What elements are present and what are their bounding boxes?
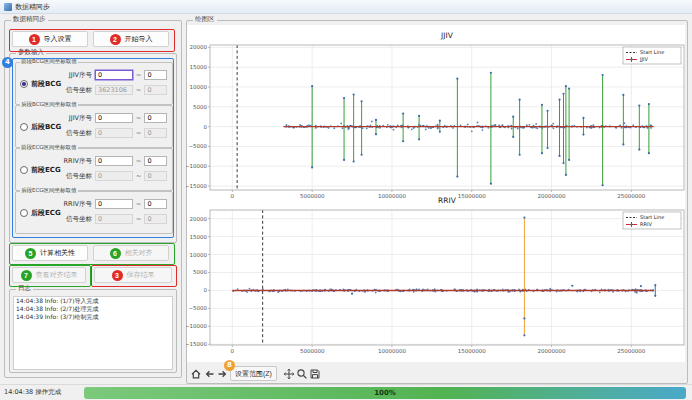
signal-coord-to-input[interactable] xyxy=(144,214,167,224)
svg-text:RRIV: RRIV xyxy=(640,221,652,227)
radio-button[interactable] xyxy=(20,80,28,88)
window-title: 数据精同步 xyxy=(15,2,50,12)
tilde-separator: ~ xyxy=(136,157,141,165)
svg-text:10000000: 10000000 xyxy=(378,348,406,354)
svg-text:15000: 15000 xyxy=(190,234,208,240)
field-label: 信号坐标 xyxy=(60,86,92,95)
svg-text:−15000: −15000 xyxy=(186,341,207,347)
svg-text:15000000: 15000000 xyxy=(458,348,486,354)
annotation-badge-7: 7 xyxy=(21,270,32,281)
svg-text:15000: 15000 xyxy=(190,64,208,70)
tilde-separator: ~ xyxy=(136,71,141,79)
rriv-index-from-input[interactable] xyxy=(95,156,133,166)
import-settings-button[interactable]: 1 导入设置 xyxy=(12,31,88,47)
annotation-badge-8: 8 xyxy=(224,360,235,371)
home-icon xyxy=(190,368,202,380)
svg-text:−10000: −10000 xyxy=(186,163,207,169)
progress-label: 100% xyxy=(374,389,396,397)
pan-button[interactable] xyxy=(282,366,296,381)
svg-text:RRIV: RRIV xyxy=(438,196,457,205)
signal-coord-to-input[interactable] xyxy=(144,85,167,95)
correlation-align-label: 相关对齐 xyxy=(125,248,153,258)
jjiv-chart[interactable]: 0500000010000000150000002000000025000000… xyxy=(186,26,686,198)
front-bcg-radio-row[interactable]: 前段BCG xyxy=(20,79,61,89)
radio-label: 后段BCG xyxy=(31,122,61,132)
param-group-front-ecg: 前段ECG区间坐标取值 前段ECG RRIV序号 ~ 信号坐标 ~ xyxy=(15,148,173,191)
calc-correlation-button[interactable]: 5 计算相关性 xyxy=(12,245,88,261)
params-group-title: 参数输入 xyxy=(16,49,46,56)
plot-panel-title: 绘图区 xyxy=(193,16,217,23)
svg-text:25000000: 25000000 xyxy=(617,348,645,354)
field-label: 信号坐标 xyxy=(60,129,92,138)
log-list[interactable]: 14:04:38 Info: (1/7)导入完成14:04:38 Info: (… xyxy=(13,296,173,370)
start-import-label: 开始导入 xyxy=(125,34,153,44)
annotation-badge-4: 4 xyxy=(2,57,13,68)
rriv-chart[interactable]: 0500000010000000150000002000000025000000… xyxy=(186,192,686,362)
svg-text:20000000: 20000000 xyxy=(538,348,566,354)
front-ecg-radio-row[interactable]: 前段ECG xyxy=(20,165,61,175)
radio-button[interactable] xyxy=(20,209,28,217)
jjiv-index-from-input[interactable] xyxy=(95,70,133,80)
rriv-index-to-input[interactable] xyxy=(144,199,167,209)
param-group-front-bcg: 前段BCG区间坐标取值 前段BCG JJIV序号 ~ 信号坐标 ~ xyxy=(15,62,173,105)
annotation-badge-1: 1 xyxy=(29,34,40,45)
jjiv-index-to-input[interactable] xyxy=(144,70,167,80)
annotation-badge-5: 5 xyxy=(25,248,36,259)
tilde-separator: ~ xyxy=(136,215,141,223)
save-icon xyxy=(309,368,321,380)
signal-coord-to-input[interactable] xyxy=(144,128,167,138)
svg-text:−5000: −5000 xyxy=(188,143,207,149)
log-line: 14:04:38 Info: (2/7)处理完成 xyxy=(14,305,172,313)
svg-text:0: 0 xyxy=(204,287,208,293)
svg-text:10000: 10000 xyxy=(190,252,208,258)
app-window: 数据精同步 数据精同步 1 导入设置 2 开始导入 参数输入 前段BCG区间坐标… xyxy=(0,0,692,400)
svg-text:5000: 5000 xyxy=(193,104,207,110)
signal-coord-from-input[interactable] xyxy=(95,214,133,224)
calc-correlation-label: 计算相关性 xyxy=(40,248,75,258)
app-icon xyxy=(4,3,12,11)
save-result-button[interactable]: 3 保存结果 xyxy=(94,267,172,283)
status-bar: 14:04:38 操作完成 100% xyxy=(0,384,692,400)
svg-text:5000: 5000 xyxy=(193,269,207,275)
import-settings-label: 导入设置 xyxy=(44,34,72,44)
rear-ecg-radio-row[interactable]: 后段ECG xyxy=(20,208,61,218)
radio-button[interactable] xyxy=(20,123,28,131)
rriv-index-to-input[interactable] xyxy=(144,156,167,166)
rear-bcg-radio-row[interactable]: 后段BCG xyxy=(20,122,61,132)
field-label: 信号坐标 xyxy=(60,215,92,224)
signal-coord-from-input[interactable] xyxy=(95,171,133,181)
view-align-result-button[interactable]: 7 查看对齐结果 xyxy=(12,267,86,283)
annotation-badge-3: 3 xyxy=(112,270,123,281)
params-group: 参数输入 前段BCG区间坐标取值 前段BCG JJIV序号 ~ 信号坐标 xyxy=(9,53,177,243)
radio-label: 前段ECG xyxy=(31,165,61,175)
tilde-separator: ~ xyxy=(136,172,141,180)
tilde-separator: ~ xyxy=(136,200,141,208)
signal-coord-from-input[interactable] xyxy=(95,128,133,138)
field-label: RRIV序号 xyxy=(60,157,92,166)
jjiv-index-from-input[interactable] xyxy=(95,113,133,123)
jjiv-index-to-input[interactable] xyxy=(144,113,167,123)
annotation-badge-2: 2 xyxy=(110,34,121,45)
save-figure-button[interactable] xyxy=(308,366,322,381)
param-group-rear-ecg: 后段ECG区间坐标取值 后段ECG RRIV序号 ~ 信号坐标 ~ xyxy=(15,191,173,234)
progress-bar: 100% xyxy=(84,387,686,399)
zoom-button[interactable] xyxy=(295,366,309,381)
field-label: JJIV序号 xyxy=(60,114,92,123)
rriv-index-from-input[interactable] xyxy=(95,199,133,209)
view-align-result-label: 查看对齐结果 xyxy=(36,270,78,280)
svg-text:Start Line: Start Line xyxy=(640,214,664,220)
field-label: 信号坐标 xyxy=(60,172,92,181)
signal-coord-from-input[interactable] xyxy=(95,85,133,95)
tilde-separator: ~ xyxy=(136,86,141,94)
home-button[interactable] xyxy=(189,366,203,381)
set-range-button[interactable]: 设置范围(Z) xyxy=(230,366,277,381)
svg-text:0: 0 xyxy=(204,124,208,130)
param-group-title: 后段BCG区间坐标取值 xyxy=(20,102,78,108)
start-import-button[interactable]: 2 开始导入 xyxy=(93,31,169,47)
log-group: 日志 14:04:38 Info: (1/7)导入完成14:04:38 Info… xyxy=(9,289,177,373)
radio-label: 前段BCG xyxy=(31,79,61,89)
radio-button[interactable] xyxy=(20,166,28,174)
signal-coord-to-input[interactable] xyxy=(144,171,167,181)
svg-text:Start Line: Start Line xyxy=(640,49,664,55)
correlation-align-button[interactable]: 6 相关对齐 xyxy=(93,245,169,261)
